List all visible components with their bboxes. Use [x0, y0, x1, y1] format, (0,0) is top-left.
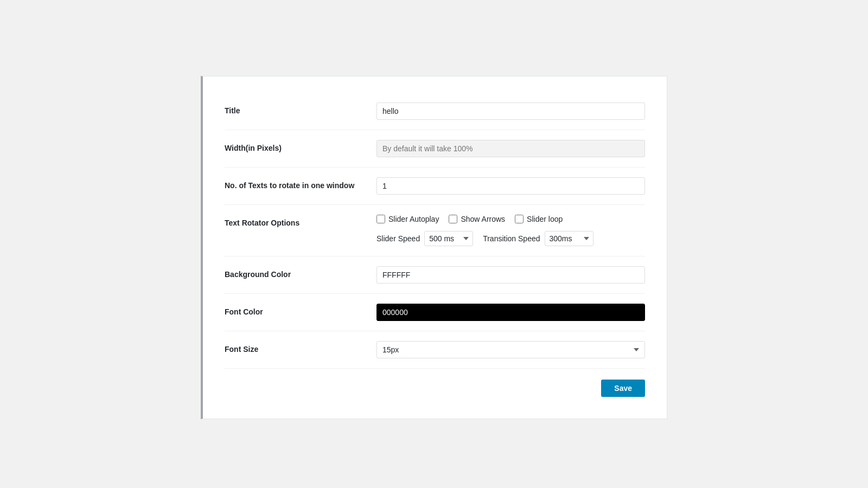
transition-speed-group: Transition Speed 100ms 200ms 300ms 400ms…: [483, 231, 593, 246]
title-row: Title: [225, 93, 645, 130]
num-texts-label: No. of Texts to rotate in one window: [225, 177, 376, 191]
title-label: Title: [225, 102, 376, 117]
font-size-select[interactable]: 10px 11px 12px 13px 14px 15px 16px 18px …: [376, 341, 645, 358]
show-arrows-label: Show Arrows: [461, 215, 505, 223]
checkboxes-row: Slider Autoplay Show Arrows Slider loop: [376, 215, 645, 223]
speed-row: Slider Speed 300ms 500 ms 700ms 1000ms 1…: [376, 231, 645, 246]
slider-autoplay-checkbox[interactable]: [376, 215, 385, 223]
slider-loop-label: Slider loop: [527, 215, 563, 223]
options-block: Slider Autoplay Show Arrows Slider loop: [376, 215, 645, 246]
slider-speed-select[interactable]: 300ms 500 ms 700ms 1000ms 1500ms: [424, 231, 473, 246]
show-arrows-checkbox[interactable]: [449, 215, 457, 223]
width-row: Width(in Pixels): [225, 130, 645, 168]
save-row: Save: [225, 369, 645, 397]
transition-speed-select[interactable]: 100ms 200ms 300ms 400ms 500ms: [545, 231, 593, 246]
width-input[interactable]: [376, 140, 645, 157]
title-control-wrap: [376, 102, 645, 120]
slider-autoplay-group: Slider Autoplay: [376, 215, 439, 223]
background-color-display[interactable]: FFFFFF: [376, 266, 645, 284]
num-texts-control-wrap: [376, 177, 645, 195]
background-color-control-wrap: FFFFFF: [376, 266, 645, 284]
slider-loop-group: Slider loop: [515, 215, 563, 223]
font-size-row: Font Size 10px 11px 12px 13px 14px 15px …: [225, 331, 645, 369]
show-arrows-group: Show Arrows: [449, 215, 505, 223]
slider-speed-label: Slider Speed: [376, 234, 420, 243]
background-color-label: Background Color: [225, 266, 376, 280]
background-color-row: Background Color FFFFFF: [225, 256, 645, 294]
page-wrapper: Title Width(in Pixels) No. of Texts to r…: [0, 0, 868, 488]
transition-speed-label: Transition Speed: [483, 234, 540, 243]
form-card: Title Width(in Pixels) No. of Texts to r…: [201, 76, 667, 419]
slider-autoplay-label: Slider Autoplay: [388, 215, 439, 223]
num-texts-row: No. of Texts to rotate in one window: [225, 168, 645, 205]
text-rotator-label: Text Rotator Options: [225, 215, 376, 229]
font-color-row: Font Color 000000: [225, 294, 645, 331]
font-color-label: Font Color: [225, 304, 376, 318]
font-color-control-wrap: 000000: [376, 304, 645, 321]
title-input[interactable]: [376, 102, 645, 120]
font-size-label: Font Size: [225, 341, 376, 355]
num-texts-input[interactable]: [376, 177, 645, 195]
font-color-display[interactable]: 000000: [376, 304, 645, 321]
slider-loop-checkbox[interactable]: [515, 215, 524, 223]
width-label: Width(in Pixels): [225, 140, 376, 154]
width-control-wrap: [376, 140, 645, 157]
slider-speed-group: Slider Speed 300ms 500 ms 700ms 1000ms 1…: [376, 231, 473, 246]
text-rotator-control-wrap: Slider Autoplay Show Arrows Slider loop: [376, 215, 645, 246]
text-rotator-row: Text Rotator Options Slider Autoplay Sho…: [225, 205, 645, 256]
save-button[interactable]: Save: [601, 380, 645, 397]
font-size-control-wrap: 10px 11px 12px 13px 14px 15px 16px 18px …: [376, 341, 645, 358]
